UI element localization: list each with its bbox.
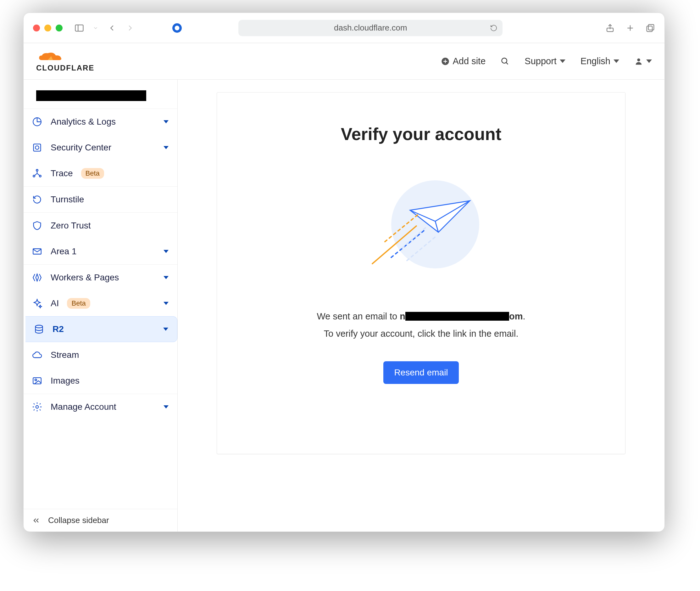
- sidebar-item-label: Security Center: [51, 143, 111, 153]
- svg-point-18: [36, 169, 38, 171]
- sidebar-item-stream[interactable]: Stream: [23, 342, 177, 368]
- chevron-down-icon: [163, 250, 168, 253]
- svg-rect-21: [33, 249, 41, 254]
- beta-badge: Beta: [67, 298, 90, 309]
- collapse-sidebar-button[interactable]: Collapse sidebar: [23, 509, 177, 531]
- chevron-down-icon: [163, 302, 168, 305]
- database-icon: [34, 324, 44, 334]
- pie-chart-icon: [32, 117, 43, 127]
- sidebar-item-workers-pages[interactable]: Workers & Pages: [23, 265, 177, 290]
- resend-email-button[interactable]: Resend email: [383, 361, 459, 384]
- address-text: dash.cloudflare.com: [334, 23, 407, 33]
- support-label: Support: [525, 56, 557, 66]
- sidebar-item-security-center[interactable]: Security Center: [23, 135, 177, 160]
- share-icon[interactable]: [605, 23, 615, 33]
- line1-prefix: We sent an email to: [317, 311, 400, 321]
- sidebar-item-turnstile[interactable]: Turnstile: [23, 187, 177, 212]
- chevron-down-icon: [646, 60, 652, 63]
- sidebar: Analytics & Logs Security Center Trace B…: [23, 80, 178, 531]
- line2: To verify your account, click the link i…: [317, 325, 525, 342]
- sidebar-item-manage-account[interactable]: Manage Account: [23, 394, 177, 420]
- sidebar-item-label: AI: [51, 298, 59, 309]
- search-icon: [500, 57, 510, 66]
- svg-rect-8: [647, 26, 652, 31]
- app-header: CLOUDFLARE Add site Support English: [23, 43, 665, 80]
- logo-text: CLOUDFLARE: [36, 64, 94, 72]
- address-bar[interactable]: dash.cloudflare.com: [238, 20, 502, 36]
- svg-rect-7: [648, 24, 654, 30]
- forward-button: [126, 23, 135, 33]
- svg-point-25: [36, 406, 39, 408]
- sidebar-item-label: Manage Account: [51, 402, 116, 412]
- back-button[interactable]: [107, 23, 116, 33]
- sidebar-item-label: Area 1: [51, 246, 77, 257]
- window-controls: [33, 24, 63, 31]
- sidebar-toggle-icon[interactable]: [75, 23, 84, 33]
- chevron-down-icon: [614, 60, 619, 63]
- new-tab-icon[interactable]: [625, 23, 635, 33]
- svg-point-17: [35, 146, 39, 149]
- language-label: English: [580, 56, 610, 66]
- target-icon: [32, 142, 43, 153]
- beta-badge: Beta: [81, 168, 104, 179]
- sparkle-icon: [32, 298, 43, 309]
- account-dropdown[interactable]: [634, 57, 652, 66]
- sidebar-item-analytics-logs[interactable]: Analytics & Logs: [23, 109, 177, 135]
- browser-window: dash.cloudflare.com: [23, 13, 665, 532]
- sidebar-item-label: Zero Trust: [51, 220, 91, 231]
- account-name-redacted: [36, 90, 146, 101]
- user-icon: [634, 57, 643, 66]
- paper-airplane-illustration: [354, 169, 489, 282]
- language-dropdown[interactable]: English: [580, 56, 619, 66]
- tabs-overview-icon[interactable]: [645, 23, 655, 33]
- card-title: Verify your account: [341, 124, 501, 144]
- search-button[interactable]: [500, 57, 510, 66]
- sidebar-item-area-1[interactable]: Area 1: [23, 239, 177, 264]
- plus-circle-icon: [441, 57, 450, 66]
- account-name-block[interactable]: [23, 80, 177, 109]
- reload-icon[interactable]: [490, 24, 497, 32]
- close-window-button[interactable]: [33, 24, 40, 31]
- period: .: [523, 311, 525, 321]
- image-icon: [32, 376, 43, 386]
- email-end: om: [509, 311, 523, 321]
- sidebar-item-ai[interactable]: AI Beta: [23, 290, 177, 316]
- refresh-icon: [32, 194, 43, 205]
- network-icon: [32, 168, 43, 179]
- chevron-down-icon: [163, 405, 168, 408]
- svg-rect-16: [34, 144, 41, 151]
- svg-line-13: [506, 62, 508, 64]
- collapse-label: Collapse sidebar: [48, 516, 109, 525]
- email-redacted: [405, 312, 509, 321]
- sidebar-item-label: Turnstile: [51, 194, 84, 205]
- chevron-down-icon: [560, 60, 565, 63]
- sidebar-item-label: Workers & Pages: [51, 272, 119, 282]
- sidebar-item-label: R2: [53, 324, 64, 334]
- cloudflare-logo[interactable]: CLOUDFLARE: [36, 50, 94, 72]
- add-site-label: Add site: [453, 56, 486, 66]
- sidebar-item-zero-trust[interactable]: Zero Trust: [23, 213, 177, 239]
- sidebar-item-trace[interactable]: Trace Beta: [23, 160, 177, 186]
- password-manager-icon[interactable]: [171, 22, 183, 34]
- svg-rect-0: [75, 25, 83, 31]
- verify-message: We sent an email to nom. To verify your …: [317, 308, 525, 342]
- support-dropdown[interactable]: Support: [525, 56, 565, 66]
- mail-icon: [32, 246, 43, 257]
- sidebar-item-label: Trace: [51, 169, 73, 179]
- svg-point-14: [637, 58, 640, 61]
- sidebar-item-r2[interactable]: R2: [25, 316, 177, 342]
- sidebar-item-images[interactable]: Images: [23, 368, 177, 394]
- gear-icon: [32, 402, 43, 412]
- chevron-double-left-icon: [32, 516, 41, 525]
- verify-account-card: Verify your account: [217, 92, 625, 454]
- maximize-window-button[interactable]: [56, 24, 63, 31]
- cloud-icon: [32, 350, 43, 360]
- chevron-down-icon: [163, 120, 168, 123]
- dropdown-chevron-icon[interactable]: [93, 23, 98, 33]
- svg-rect-23: [33, 378, 41, 384]
- workers-icon: [32, 272, 43, 283]
- minimize-window-button[interactable]: [44, 24, 51, 31]
- svg-point-3: [175, 25, 179, 30]
- add-site-button[interactable]: Add site: [441, 56, 486, 66]
- svg-point-12: [502, 58, 507, 63]
